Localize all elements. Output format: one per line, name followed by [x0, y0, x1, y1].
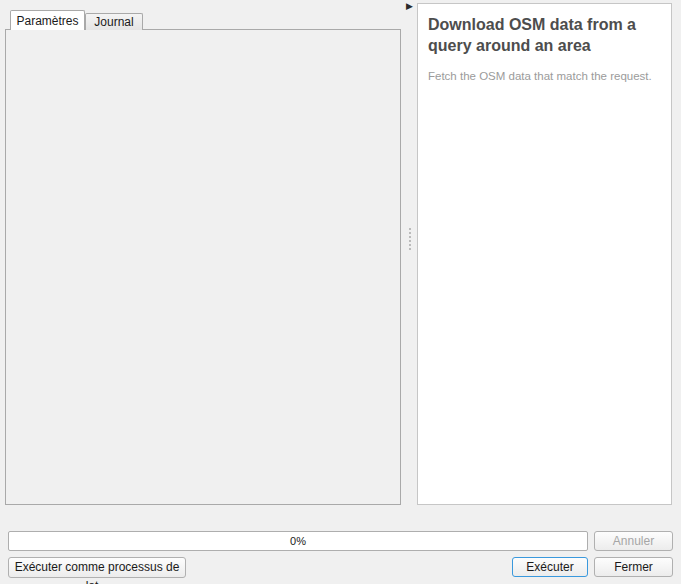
- help-panel: Download OSM data from a query around an…: [417, 3, 672, 505]
- splitter-handle[interactable]: [409, 228, 411, 250]
- run-button[interactable]: Exécuter: [512, 557, 588, 577]
- algorithm-title: Download OSM data from a query around an…: [428, 14, 661, 56]
- collapse-help-panel-arrow-icon[interactable]: ▶: [406, 1, 413, 11]
- run-as-batch-button[interactable]: Exécuter comme processus de lot...: [8, 557, 186, 578]
- close-button[interactable]: Fermer: [594, 557, 673, 577]
- tab-parametres[interactable]: Paramètres: [10, 10, 85, 30]
- parameters-pane: [5, 29, 401, 505]
- tab-journal[interactable]: Journal: [85, 13, 143, 30]
- cancel-button[interactable]: Annuler: [594, 531, 673, 551]
- algorithm-description: Fetch the OSM data that match the reques…: [428, 70, 661, 82]
- progress-bar: 0%: [8, 531, 588, 551]
